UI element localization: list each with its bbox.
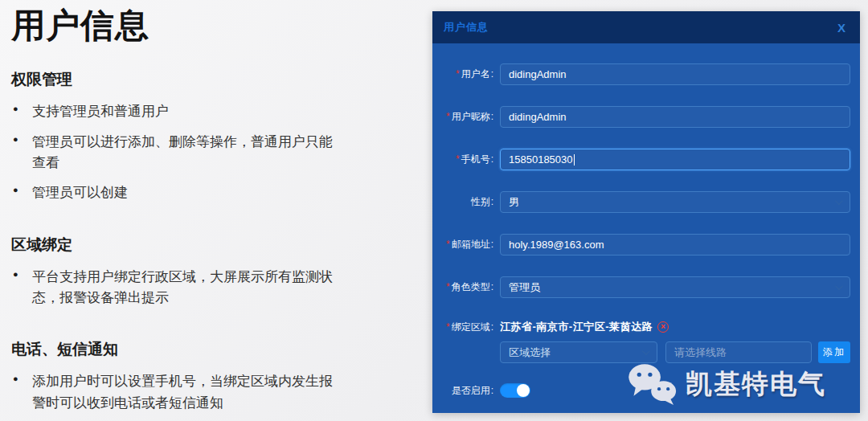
section-heading: 权限管理 <box>11 69 389 90</box>
field-label: *绑定区域: <box>440 321 493 334</box>
form-row-enable: 是否启用: <box>440 382 850 399</box>
form-row-email: *邮箱地址: holy.1989@163.com <box>440 234 850 255</box>
list-item: 管理员可以创建 <box>11 182 339 203</box>
role-select[interactable]: 管理员 <box>500 276 850 298</box>
required-mark: * <box>446 239 450 250</box>
form-row-nickname: *用户昵称: didingAdmin <box>440 106 850 128</box>
modal-header: 用户信息 X <box>432 11 860 43</box>
username-input[interactable]: didingAdmin <box>500 63 850 85</box>
user-info-modal: 用户信息 X *用户名: didingAdmin *用户昵称: didingAd… <box>432 11 860 413</box>
doc-column: 用户信息 权限管理 支持管理员和普通用户 管理员可以进行添加、删除等操作，普通用… <box>11 6 389 421</box>
enable-toggle[interactable] <box>500 383 530 398</box>
remove-region-icon[interactable]: × <box>657 321 669 333</box>
required-mark: * <box>446 281 450 292</box>
field-label: *用户昵称: <box>440 110 493 124</box>
section-notifications: 电话、短信通知 添加用户时可以设置手机号，当绑定区域内发生报警时可以收到电话或者… <box>11 339 389 414</box>
chevron-down-icon <box>642 347 650 355</box>
gender-select[interactable]: 男 <box>500 191 850 213</box>
text-cursor <box>574 154 575 166</box>
bullet-list: 添加用户时可以设置手机号，当绑定区域内发生报警时可以收到电话或者短信通知 <box>11 371 339 414</box>
bullet-list: 支持管理员和普通用户 管理员可以进行添加、删除等操作，普通用户只能查看 管理员可… <box>11 101 339 203</box>
form-row-gender: 性别: 男 <box>440 191 850 213</box>
field-label: *角色类型: <box>440 280 493 294</box>
field-label: 性别: <box>440 195 493 209</box>
region-select[interactable]: 区域选择 <box>500 341 657 363</box>
chevron-down-icon <box>835 282 843 290</box>
nickname-input[interactable]: didingAdmin <box>500 106 850 128</box>
form-row-username: *用户名: didingAdmin <box>440 63 850 85</box>
list-item: 管理员可以进行添加、删除等操作，普通用户只能查看 <box>11 132 339 174</box>
field-label: 是否启用: <box>440 384 493 398</box>
email-input[interactable]: holy.1989@163.com <box>500 234 850 255</box>
form-row-bound-region: *绑定区域: 江苏省-南京市-江宁区-莱茵达路 × <box>440 319 850 335</box>
field-label: *邮箱地址: <box>440 238 493 251</box>
section-heading: 区域绑定 <box>11 235 389 255</box>
bound-region-value: 江苏省-南京市-江宁区-莱茵达路 <box>500 320 653 334</box>
modal-body: *用户名: didingAdmin *用户昵称: didingAdmin *手机… <box>432 43 860 413</box>
phone-input[interactable]: 15850185030 <box>500 149 850 170</box>
field-label: *用户名: <box>440 67 493 81</box>
required-mark: * <box>446 111 450 122</box>
chevron-down-icon <box>835 197 843 205</box>
bullet-list: 平台支持用户绑定行政区域，大屏展示所有监测状态，报警设备弹出提示 <box>11 267 339 309</box>
list-item: 平台支持用户绑定行政区域，大屏展示所有监测状态，报警设备弹出提示 <box>11 267 339 309</box>
section-region-binding: 区域绑定 平台支持用户绑定行政区域，大屏展示所有监测状态，报警设备弹出提示 <box>11 235 389 309</box>
section-permissions: 权限管理 支持管理员和普通用户 管理员可以进行添加、删除等操作，普通用户只能查看… <box>11 69 389 203</box>
toggle-knob <box>517 384 530 397</box>
modal-title: 用户信息 <box>444 20 489 35</box>
form-row-phone: *手机号: 15850185030 <box>440 149 850 170</box>
form-row-role: *角色类型: 管理员 <box>440 276 850 298</box>
add-region-button[interactable]: 添加 <box>818 341 850 363</box>
list-item: 支持管理员和普通用户 <box>11 101 339 122</box>
list-item: 添加用户时可以设置手机号，当绑定区域内发生报警时可以收到电话或者短信通知 <box>11 371 339 414</box>
region-picker-row: 区域选择 请选择线路 添加 <box>500 341 850 363</box>
line-select[interactable]: 请选择线路 <box>665 341 812 363</box>
section-heading: 电话、短信通知 <box>11 339 389 360</box>
required-mark: * <box>446 321 450 333</box>
required-mark: * <box>456 68 460 80</box>
required-mark: * <box>456 153 460 165</box>
close-icon[interactable]: X <box>834 19 849 36</box>
page-title: 用户信息 <box>11 6 389 45</box>
field-label: *手机号: <box>440 153 493 166</box>
